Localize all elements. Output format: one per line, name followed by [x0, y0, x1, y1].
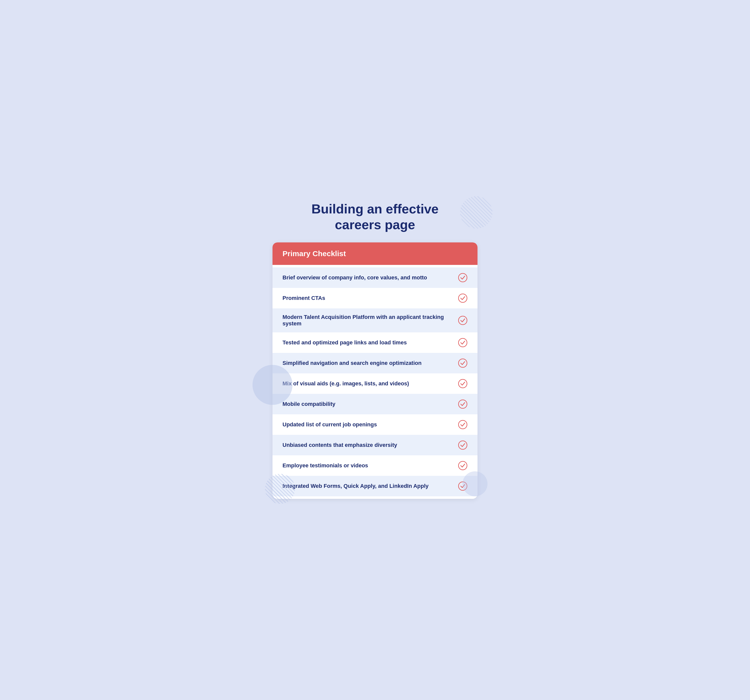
checklist-header-title: Primary Checklist	[283, 249, 346, 258]
svg-point-3	[458, 338, 467, 347]
check-icon	[458, 358, 467, 368]
check-icon	[458, 461, 467, 470]
checklist-item-text: Brief overview of company info, core val…	[283, 275, 458, 281]
checklist-item: Mobile compatibility	[272, 394, 478, 414]
checklist-item: Employee testimonials or videos	[272, 455, 478, 476]
svg-point-9	[458, 461, 467, 470]
checklist-item: Unbiased contents that emphasize diversi…	[272, 435, 478, 455]
checklist-item: Brief overview of company info, core val…	[272, 267, 478, 288]
checklist-item-text: Simplified navigation and search engine …	[283, 360, 458, 366]
page-title: Building an effective careers page	[272, 201, 478, 232]
check-icon	[458, 273, 467, 282]
checklist-item-text: Updated list of current job openings	[283, 421, 458, 428]
checklist-header: Primary Checklist	[272, 243, 478, 265]
checklist-item-text: Employee testimonials or videos	[283, 462, 458, 469]
check-icon	[458, 338, 467, 347]
svg-point-2	[458, 316, 467, 325]
blob-top-right	[460, 196, 492, 229]
checklist-item: Integrated Web Forms, Quick Apply, and L…	[272, 476, 478, 496]
blob-bottom-left	[265, 474, 295, 504]
check-icon	[458, 316, 467, 325]
checklist-body: Brief overview of company info, core val…	[272, 265, 478, 499]
checklist-item: Tested and optimized page links and load…	[272, 332, 478, 353]
svg-point-6	[458, 400, 467, 408]
checklist-item-text: Unbiased contents that emphasize diversi…	[283, 442, 458, 448]
check-icon	[458, 441, 467, 450]
checklist-item-text: Prominent CTAs	[283, 295, 458, 301]
svg-point-8	[458, 441, 467, 449]
page-wrapper: Building an effective careers page Prima…	[272, 201, 478, 499]
blob-bottom-right	[463, 471, 487, 496]
checklist-item-text: Tested and optimized page links and load…	[283, 339, 458, 346]
checklist-item-text: Modern Talent Acquisition Platform with …	[283, 314, 458, 327]
checklist-item: Mix of visual aids (e.g. images, lists, …	[272, 373, 478, 394]
svg-point-5	[458, 379, 467, 388]
svg-point-4	[458, 359, 467, 367]
checklist-item: Modern Talent Acquisition Platform with …	[272, 309, 478, 332]
svg-point-7	[458, 421, 467, 429]
checklist-item: Simplified navigation and search engine …	[272, 353, 478, 373]
svg-point-0	[458, 273, 467, 282]
checklist-card: Primary Checklist Brief overview of comp…	[272, 243, 478, 499]
svg-point-1	[458, 294, 467, 302]
blob-left-mid	[252, 365, 292, 405]
checklist-item: Updated list of current job openings	[272, 414, 478, 435]
check-icon	[458, 420, 467, 429]
checklist-item-text: Mobile compatibility	[283, 401, 458, 407]
checklist-item: Prominent CTAs	[272, 288, 478, 309]
check-icon	[458, 379, 467, 388]
checklist-item-text: Mix of visual aids (e.g. images, lists, …	[283, 381, 458, 387]
check-icon	[458, 399, 467, 409]
check-icon	[458, 293, 467, 303]
checklist-item-text: Integrated Web Forms, Quick Apply, and L…	[283, 483, 458, 489]
